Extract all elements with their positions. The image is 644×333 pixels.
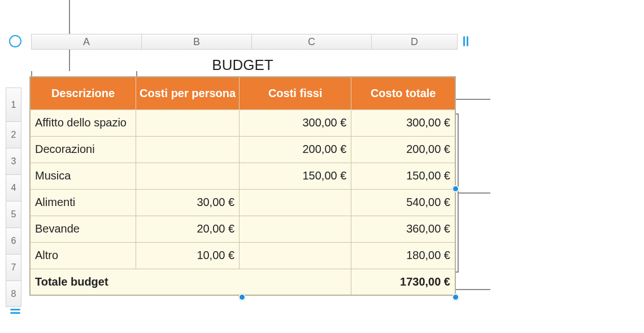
header-descrizione[interactable]: Descrizione [30, 77, 136, 109]
table-row: Affitto dello spazio 300,00 € 300,00 € [30, 109, 455, 136]
cell-costo-totale[interactable]: 180,00 € [351, 242, 455, 269]
table-row: Bevande 20,00 € 360,00 € [30, 216, 455, 242]
cell-costi-persona[interactable]: 20,00 € [136, 216, 240, 242]
budget-table: Descrizione Costi per persona Costi fiss… [29, 76, 456, 296]
cell-descrizione[interactable]: Affitto dello spazio [30, 109, 136, 136]
row-header-5[interactable]: 5 [6, 201, 21, 227]
table-row: Decorazioni 200,00 € 200,00 € [30, 136, 455, 163]
header-costi-persona[interactable]: Costi per persona [136, 77, 240, 109]
row-header-6[interactable]: 6 [6, 227, 21, 254]
cell-descrizione[interactable]: Bevande [30, 216, 136, 242]
column-header-d[interactable]: D [371, 34, 458, 50]
cell-costi-fissi[interactable]: 300,00 € [240, 109, 351, 136]
callout-line-header-row [451, 99, 490, 100]
cell-costo-totale[interactable]: 300,00 € [351, 109, 455, 136]
column-header-a[interactable]: A [31, 34, 141, 50]
cell-costo-totale[interactable]: 540,00 € [351, 189, 455, 216]
cell-descrizione[interactable]: Altro [30, 242, 136, 269]
cell-costo-totale[interactable]: 360,00 € [351, 216, 455, 242]
table-handle-top-left[interactable] [9, 35, 21, 47]
header-costo-totale[interactable]: Costo totale [351, 77, 455, 109]
selection-handle-right-middle[interactable] [452, 185, 459, 192]
table-row: Alimenti 30,00 € 540,00 € [30, 189, 455, 216]
table-title[interactable]: BUDGET [29, 56, 456, 74]
callout-line-body [459, 192, 490, 194]
row-header-1[interactable]: 1 [6, 87, 21, 121]
row-header-2[interactable]: 2 [6, 121, 21, 148]
cell-costi-fissi[interactable] [240, 189, 351, 216]
column-headers: A B C D [31, 34, 458, 50]
row-header-7[interactable]: 7 [6, 254, 21, 281]
cell-costi-fissi[interactable] [240, 216, 351, 242]
cell-descrizione[interactable]: Decorazioni [30, 136, 136, 163]
cell-costi-fissi[interactable]: 200,00 € [240, 136, 351, 163]
column-header-c[interactable]: C [251, 34, 371, 50]
header-costi-fissi[interactable]: Costi fissi [240, 77, 351, 109]
callout-line-top [69, 0, 70, 35]
row-header-4[interactable]: 4 [6, 174, 21, 201]
cell-descrizione[interactable]: Alimenti [30, 189, 136, 216]
table-row: Musica 150,00 € 150,00 € [30, 163, 455, 189]
callout-line-footer-row [451, 289, 490, 290]
cell-costo-totale[interactable]: 150,00 € [351, 163, 455, 189]
row-headers: 1 2 3 4 5 6 7 8 [6, 87, 21, 307]
cell-costi-persona[interactable]: 10,00 € [136, 242, 240, 269]
cell-descrizione[interactable]: Musica [30, 163, 136, 189]
table-header-row: Descrizione Costi per persona Costi fiss… [30, 77, 455, 109]
footer-total[interactable]: 1730,00 € [351, 269, 455, 295]
cell-costi-persona[interactable] [136, 163, 240, 189]
footer-label[interactable]: Totale budget [30, 269, 351, 295]
table-handle-add-column[interactable] [459, 35, 472, 47]
row-header-8[interactable]: 8 [6, 281, 21, 307]
cell-costi-persona[interactable] [136, 136, 240, 163]
column-header-b[interactable]: B [141, 34, 251, 50]
cell-costi-fissi[interactable]: 150,00 € [240, 163, 351, 189]
cell-costi-fissi[interactable] [240, 242, 351, 269]
cell-costi-persona[interactable] [136, 109, 240, 136]
selection-handle-bottom-middle[interactable] [238, 293, 246, 301]
table-row: Altro 10,00 € 180,00 € [30, 242, 455, 269]
cell-costo-totale[interactable]: 200,00 € [351, 136, 455, 163]
selection-handle-bottom-right[interactable] [452, 293, 459, 301]
row-header-3[interactable]: 3 [6, 148, 21, 174]
cell-costi-persona[interactable]: 30,00 € [136, 189, 240, 216]
table-footer-row: Totale budget 1730,00 € [30, 269, 455, 295]
